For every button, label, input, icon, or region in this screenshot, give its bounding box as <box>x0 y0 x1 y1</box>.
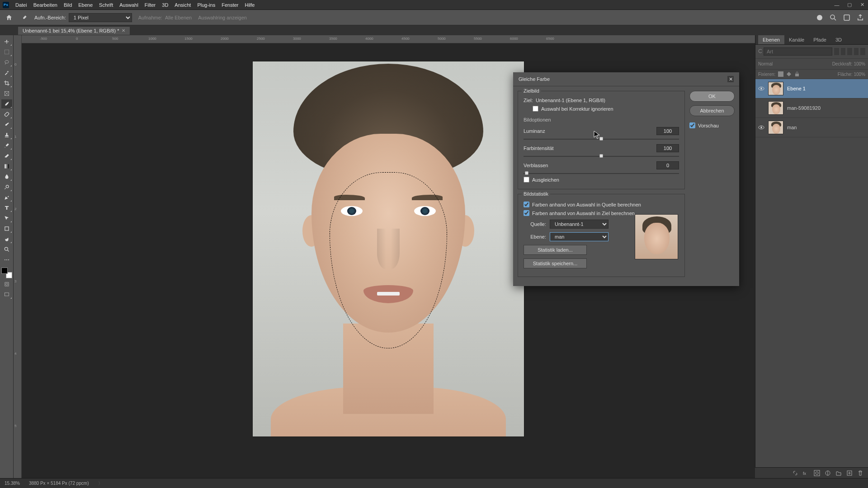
menu-bild[interactable]: Bild <box>64 2 72 8</box>
menu-filter[interactable]: Filter <box>145 2 156 8</box>
visibility-toggle-icon[interactable] <box>758 124 764 131</box>
cancel-button[interactable]: Abbrechen <box>689 105 735 116</box>
visibility-toggle-icon[interactable] <box>758 85 764 92</box>
move-tool[interactable] <box>1 37 12 46</box>
menu-ebene[interactable]: Ebene <box>78 2 93 8</box>
history-brush-tool[interactable] <box>1 141 12 150</box>
group-icon[interactable] <box>835 470 842 476</box>
menu-schrift[interactable]: Schrift <box>99 2 113 8</box>
document-tab[interactable]: Unbenannt-1 bei 15,4% (Ebene 1, RGB/8) *… <box>18 26 130 35</box>
dodge-tool[interactable] <box>1 183 12 192</box>
menu-plugins[interactable]: Plug-ins <box>197 2 215 8</box>
frame-tool[interactable] <box>1 89 12 98</box>
lock-all-icon[interactable] <box>794 71 800 77</box>
ignore-selection-checkbox[interactable] <box>533 106 538 112</box>
filter-adjust-icon[interactable] <box>841 48 846 55</box>
wand-tool[interactable] <box>1 68 12 77</box>
tab-pfade[interactable]: Pfade <box>809 35 831 44</box>
menu-datei[interactable]: Datei <box>15 2 27 8</box>
layer-name[interactable]: Ebene 1 <box>787 86 806 91</box>
blend-mode-select[interactable]: Normal <box>758 61 773 66</box>
luminance-input[interactable] <box>656 127 679 135</box>
type-tool[interactable] <box>1 203 12 212</box>
hand-tool[interactable] <box>1 235 12 244</box>
use-target-selection-checkbox[interactable] <box>524 210 529 216</box>
opacity-value[interactable]: 100% <box>854 61 865 66</box>
filter-shape-icon[interactable] <box>854 48 859 55</box>
fill-value[interactable]: 100% <box>854 72 865 77</box>
eraser-tool[interactable] <box>1 151 12 160</box>
neutralize-checkbox[interactable] <box>524 177 529 183</box>
visibility-toggle-icon[interactable] <box>758 105 764 111</box>
layer-name[interactable]: man-59081920 <box>787 105 821 111</box>
window-close-button[interactable]: ✕ <box>859 2 865 8</box>
window-maximize-button[interactable]: ▢ <box>846 2 853 8</box>
mask-icon[interactable] <box>814 470 820 476</box>
intensity-slider[interactable] <box>524 156 679 157</box>
tab-ebenen[interactable]: Ebenen <box>758 35 784 44</box>
menu-hilfe[interactable]: Hilfe <box>245 2 255 8</box>
edit-toolbar[interactable]: ⋯ <box>1 255 12 264</box>
menu-ansicht[interactable]: Ansicht <box>175 2 191 8</box>
marquee-tool[interactable] <box>1 47 12 56</box>
close-tab-icon[interactable]: ✕ <box>122 28 125 33</box>
fade-slider[interactable] <box>524 173 679 174</box>
quickmask-toggle[interactable] <box>1 280 12 289</box>
filter-image-icon[interactable] <box>834 48 839 55</box>
zoom-level[interactable]: 15.38% <box>5 481 20 486</box>
screenmode-toggle[interactable] <box>1 290 12 299</box>
sample-range-select[interactable]: 1 Pixel <box>69 13 132 22</box>
menu-bearbeiten[interactable]: Bearbeiten <box>33 2 57 8</box>
search-icon[interactable] <box>829 14 837 22</box>
menu-fenster[interactable]: Fenster <box>222 2 238 8</box>
lock-position-icon[interactable] <box>786 71 792 77</box>
stamp-tool[interactable] <box>1 131 12 140</box>
menu-auswahl[interactable]: Auswahl <box>119 2 138 8</box>
workspace-icon[interactable] <box>843 14 851 22</box>
eyedropper-tool[interactable] <box>1 99 12 108</box>
layer-row[interactable]: Ebene 1 <box>755 79 868 99</box>
window-minimize-button[interactable]: — <box>834 2 840 8</box>
brush-tool[interactable] <box>1 120 12 129</box>
pen-tool[interactable] <box>1 193 12 202</box>
layer-select[interactable]: man <box>550 232 609 241</box>
fx-icon[interactable]: fx <box>803 470 809 476</box>
fade-input[interactable] <box>656 161 679 169</box>
layer-row[interactable]: man <box>755 118 868 137</box>
layer-row[interactable]: man-59081920 <box>755 99 868 118</box>
link-layers-icon[interactable] <box>792 470 798 476</box>
shape-tool[interactable] <box>1 224 12 233</box>
tab-kanaele[interactable]: Kanäle <box>784 35 809 44</box>
dialog-close-button[interactable]: ✕ <box>727 76 734 82</box>
preview-checkbox[interactable] <box>689 122 695 128</box>
path-tool[interactable] <box>1 214 12 223</box>
color-swatches[interactable] <box>1 267 12 278</box>
lasso-tool[interactable] <box>1 58 12 67</box>
zoom-tool[interactable] <box>1 245 12 254</box>
filter-smart-icon[interactable] <box>860 48 865 55</box>
tab-3d[interactable]: 3D <box>831 35 846 44</box>
use-source-selection-checkbox[interactable] <box>524 202 529 207</box>
lock-pixels-icon[interactable] <box>778 71 783 77</box>
trash-icon[interactable] <box>857 470 863 476</box>
menu-3d[interactable]: 3D <box>162 2 168 8</box>
source-select[interactable]: Unbenannt-1 <box>550 220 609 229</box>
ok-button[interactable]: OK <box>689 91 735 102</box>
save-stats-button[interactable]: Statistik speichern... <box>524 258 587 268</box>
layer-name[interactable]: man <box>787 125 797 130</box>
layer-search-input[interactable] <box>764 47 832 56</box>
intensity-input[interactable] <box>656 144 679 152</box>
home-button[interactable] <box>4 12 14 23</box>
crop-tool[interactable] <box>1 79 12 88</box>
blur-tool[interactable] <box>1 172 12 181</box>
luminance-slider[interactable] <box>524 139 679 140</box>
load-stats-button[interactable]: Statistik laden... <box>524 245 587 255</box>
gradient-tool[interactable] <box>1 162 12 171</box>
adjustment-icon[interactable] <box>825 470 831 476</box>
share-icon[interactable] <box>856 14 864 22</box>
new-layer-icon[interactable] <box>846 470 853 476</box>
fg-color-swatch[interactable] <box>1 267 8 274</box>
heal-tool[interactable] <box>1 110 12 119</box>
canvas-image[interactable] <box>253 61 524 436</box>
filter-type-icon[interactable] <box>847 48 852 55</box>
